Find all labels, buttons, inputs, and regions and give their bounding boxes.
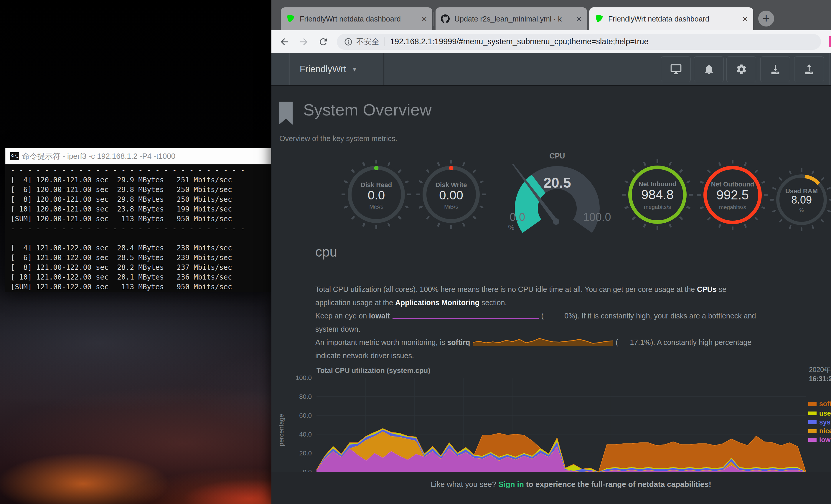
- back-button[interactable]: [279, 36, 290, 48]
- info-icon[interactable]: [344, 37, 353, 46]
- legend-label: nice: [819, 427, 831, 435]
- signin-suffix: to experience the full-range of netdata …: [524, 480, 711, 489]
- help-line-4: system down.: [315, 323, 831, 336]
- gauge-max: 100.0: [581, 211, 613, 224]
- legend-label: iowait: [819, 436, 831, 444]
- help-line-1: Total CPU utilization (all cores). 100% …: [315, 283, 831, 296]
- cpu-section-heading: cpu: [315, 244, 337, 260]
- url-text[interactable]: 192.168.2.1:19999/#menu_system_submenu_c…: [390, 37, 649, 46]
- chart-title: Total CPU utilization (system.cpu): [316, 366, 430, 375]
- monitor-icon: [670, 63, 682, 75]
- import-button[interactable]: [760, 56, 790, 82]
- gauge-value: 20.5: [498, 175, 616, 191]
- gauge-used-ram[interactable]: Used RAM 8.09 %: [776, 174, 827, 225]
- netdata-icon: [286, 14, 295, 23]
- tab-netdata-2-active[interactable]: FriendlyWrt netdata dashboard ×: [590, 7, 753, 30]
- reload-button[interactable]: [317, 36, 329, 48]
- new-tab-button[interactable]: +: [758, 10, 774, 27]
- legend-item-softirq[interactable]: softirq: [808, 400, 831, 408]
- terminal-output[interactable]: - - - - - - - - - - - - - - - - - - - - …: [5, 165, 271, 292]
- applications-monitoring-link[interactable]: Applications Monitoring: [395, 298, 480, 307]
- tab-github[interactable]: Update r2s_lean_minimal.yml · k ×: [435, 7, 587, 30]
- tab-netdata-1[interactable]: FriendlyWrt netdata dashboard ×: [281, 7, 432, 30]
- legend-chip: [808, 402, 816, 406]
- alarms-button[interactable]: [694, 56, 724, 82]
- navbar-separator: [383, 53, 384, 85]
- download-icon: [769, 63, 781, 75]
- legend-item-user[interactable]: user: [808, 410, 831, 417]
- gauge-unit: %: [503, 224, 520, 232]
- tab-label: Update r2s_lean_minimal.yml · k: [454, 15, 572, 23]
- gauge-unit: MiB/s: [348, 204, 405, 210]
- legend-label: softirq: [819, 400, 831, 408]
- forward-icon: [298, 36, 309, 47]
- y-tick: 20.0: [288, 449, 312, 457]
- gauge-label: CPU: [498, 152, 616, 160]
- export-button[interactable]: [794, 56, 824, 82]
- url-bar[interactable]: 不安全 192.168.2.1:19999/#menu_system_subme…: [337, 34, 821, 50]
- tab-label: FriendlyWrt netdata dashboard: [300, 15, 417, 23]
- legend-item-system[interactable]: system: [808, 418, 831, 426]
- legend-item-iowait[interactable]: iowait: [808, 436, 831, 444]
- netdata-dashboard: FriendlyWrt ▾: [271, 53, 831, 504]
- navbar-separator: [829, 53, 829, 85]
- help-line-6: indicate network driver issues.: [315, 349, 831, 362]
- gauge-min: 0.0: [504, 211, 531, 224]
- cpus-link[interactable]: CPUs: [697, 285, 717, 293]
- chart-date: 2020年3: [809, 365, 831, 375]
- gear-icon: [736, 63, 747, 75]
- iowait-label: iowait: [369, 312, 390, 320]
- gauge-unit: MiB/s: [423, 204, 480, 210]
- gauge-value: 984.8: [628, 187, 687, 202]
- chart-time: 16:31:2: [809, 375, 831, 383]
- gauge-label: Net Inbound: [628, 180, 687, 188]
- help-text: Total CPU utilization (all cores). 100% …: [315, 285, 697, 293]
- help-line-3: Keep an eye on iowait (0%). If it is con…: [315, 309, 831, 323]
- legend-label: user: [819, 410, 831, 417]
- help-line-5: An important metric worth monitoring, is…: [315, 336, 831, 349]
- help-text: (: [541, 312, 544, 320]
- cmd-icon: C:\_: [10, 152, 19, 160]
- help-text: An important metric worth monitoring, is: [315, 338, 447, 347]
- host-dropdown[interactable]: FriendlyWrt ▾: [300, 53, 356, 85]
- terminal-titlebar[interactable]: C:\_ 命令提示符 - iperf3 -c 192.168.1.2 -P4 -…: [5, 148, 271, 165]
- url-separator: [384, 37, 385, 46]
- gauge-cpu[interactable]: CPU 20.5 0.0 % 100.0: [498, 151, 616, 237]
- gauge-net-inbound[interactable]: Net Inbound 984.8 megabits/s: [628, 166, 687, 224]
- gauge-unit: megabits/s: [628, 204, 687, 210]
- y-axis-label: percentage: [278, 412, 285, 448]
- extension-icon-partial[interactable]: [829, 36, 831, 47]
- forward-button[interactable]: [298, 36, 310, 48]
- y-tick: 80.0: [288, 393, 312, 401]
- back-icon: [279, 36, 290, 47]
- console-button[interactable]: [661, 56, 691, 82]
- cpu-chart-canvas[interactable]: [316, 378, 806, 472]
- iowait-value: 0%).: [564, 312, 579, 320]
- gauge-label: Disk Read: [348, 181, 405, 189]
- settings-button[interactable]: [726, 56, 756, 82]
- cpu-chart[interactable]: [316, 378, 806, 472]
- iowait-sparkline: [392, 312, 539, 320]
- signin-prefix: Like what you see?: [431, 480, 498, 489]
- page-title: System Overview: [303, 100, 432, 119]
- netdata-icon: [595, 14, 603, 23]
- tab-close-icon[interactable]: ×: [742, 14, 748, 23]
- host-name: FriendlyWrt: [300, 64, 346, 75]
- help-text: indicate network driver issues.: [315, 351, 414, 360]
- browser-window: FriendlyWrt netdata dashboard × Update r…: [271, 0, 831, 504]
- tab-close-icon[interactable]: ×: [421, 14, 427, 23]
- cpu-help-text: Total CPU utilization (all cores). 100% …: [315, 283, 831, 362]
- softirq-value: 17.1%).: [630, 338, 655, 347]
- legend-chip: [808, 420, 816, 424]
- help-text: Keep an eye on: [315, 312, 369, 320]
- legend-item-nice[interactable]: nice: [808, 427, 831, 435]
- gauge-disk-read[interactable]: Disk Read 0.0 MiB/s: [348, 166, 405, 223]
- gauge-value: 992.5: [704, 188, 762, 202]
- gauge-net-outbound[interactable]: Net Outbound 992.5 megabits/s: [704, 166, 762, 224]
- help-text: A constantly high percentage: [655, 338, 752, 347]
- tab-close-icon[interactable]: ×: [576, 14, 582, 23]
- security-label[interactable]: 不安全: [356, 36, 379, 47]
- navbar-separator: [289, 53, 289, 85]
- signin-link[interactable]: Sign in: [498, 480, 524, 489]
- gauge-disk-write[interactable]: Disk Write 0.00 MiB/s: [423, 166, 480, 223]
